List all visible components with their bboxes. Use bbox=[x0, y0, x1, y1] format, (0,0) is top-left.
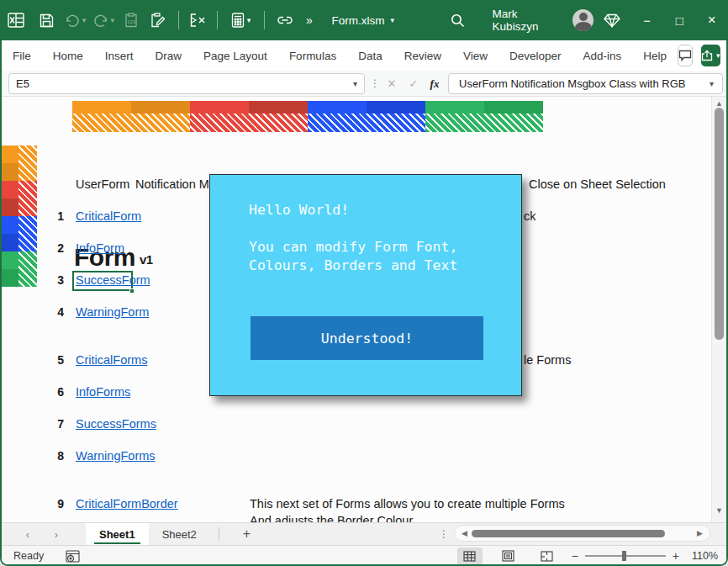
dialog-message-line2: Colours, Borders and Text bbox=[249, 257, 457, 273]
tab-draw[interactable]: Draw bbox=[145, 44, 193, 68]
tab-page-layout[interactable]: Page Layout bbox=[193, 44, 278, 68]
toolbar-separator bbox=[264, 11, 265, 29]
cell-text-notification: Notification Ms bbox=[135, 177, 215, 191]
banner-swatch bbox=[425, 101, 484, 114]
strip-hatch-swatch bbox=[18, 251, 37, 287]
gem-icon[interactable] bbox=[593, 8, 630, 33]
formula-bar-handle[interactable]: ⋮ bbox=[370, 77, 380, 89]
tab-file[interactable]: File bbox=[2, 44, 42, 68]
redo-icon: ▾ bbox=[89, 8, 119, 33]
delete-cells-icon[interactable] bbox=[186, 8, 210, 33]
link-warningform[interactable]: WarningForm bbox=[76, 305, 149, 319]
tab-add-ins[interactable]: Add-ins bbox=[572, 44, 633, 68]
user-name[interactable]: Mark Kubiszyn bbox=[493, 8, 564, 33]
close-button[interactable]: × bbox=[695, 7, 728, 34]
link-infoform[interactable]: InfoForm bbox=[76, 241, 124, 255]
cell-fill-handle[interactable] bbox=[129, 288, 135, 294]
page-break-view-button[interactable] bbox=[535, 547, 560, 565]
formula-input[interactable]: UserForm Notification Msgbox Class with … bbox=[448, 73, 723, 94]
row-number: 8 bbox=[50, 449, 64, 463]
name-box-chevron-icon[interactable]: ▾ bbox=[353, 79, 357, 88]
undo-icon: ▾ bbox=[61, 8, 89, 33]
maximize-button[interactable]: □ bbox=[663, 7, 696, 34]
understood-button[interactable]: Understood! bbox=[251, 316, 483, 360]
sheet-tab-sheet1[interactable]: Sheet1 bbox=[86, 523, 149, 545]
sheet-tab-sheet2[interactable]: Sheet2 bbox=[149, 523, 210, 545]
note-line-2: And adjusts the Border Colour bbox=[250, 514, 413, 522]
tab-home[interactable]: Home bbox=[42, 44, 94, 68]
text-fragment-le-forms: le Forms bbox=[524, 353, 571, 367]
strip-hatch-swatch bbox=[18, 216, 37, 251]
document-title[interactable]: Form.xlsm bbox=[332, 14, 385, 27]
zoom-slider-thumb[interactable] bbox=[622, 551, 626, 561]
tab-bar-menu-icon[interactable]: ⋮ bbox=[439, 528, 449, 540]
user-avatar[interactable] bbox=[572, 9, 593, 31]
calculator-icon[interactable]: ▾ bbox=[224, 8, 257, 33]
zoom-out-button[interactable]: − bbox=[572, 549, 578, 563]
tab-view[interactable]: View bbox=[452, 44, 499, 68]
page-layout-view-button[interactable] bbox=[496, 547, 521, 565]
hscroll-left-icon[interactable]: ◀ bbox=[462, 529, 467, 537]
vertical-scrollbar-thumb[interactable] bbox=[715, 108, 724, 340]
formula-chevron-icon[interactable]: ▾ bbox=[710, 79, 714, 88]
status-bar: Ready − + 110% bbox=[2, 545, 726, 566]
tab-help[interactable]: Help bbox=[632, 44, 678, 68]
tab-data[interactable]: Data bbox=[347, 44, 393, 68]
banner-hatch-swatch bbox=[308, 114, 425, 132]
macro-record-icon[interactable] bbox=[66, 550, 80, 563]
link-criticalform[interactable]: CriticalForm bbox=[76, 209, 141, 223]
zoom-slider[interactable] bbox=[585, 555, 666, 557]
hscroll-right-icon[interactable]: ▶ bbox=[697, 529, 703, 537]
link-criticalformborder[interactable]: CriticalFormBorder bbox=[76, 497, 178, 510]
title-bar: ▾ ▾ 123 bbox=[0, 0, 728, 40]
tab-review[interactable]: Review bbox=[393, 44, 452, 68]
strip-swatch bbox=[2, 181, 18, 198]
clipboard-pen-icon[interactable] bbox=[145, 8, 172, 33]
add-sheet-button[interactable]: + bbox=[243, 526, 251, 542]
save-icon[interactable] bbox=[33, 8, 62, 33]
strip-swatch bbox=[2, 163, 18, 181]
sheet-nav-prev-icon[interactable]: ‹ bbox=[13, 528, 42, 541]
cancel-entry-icon: ✕ bbox=[382, 73, 402, 94]
banner-swatch bbox=[484, 101, 543, 114]
horizontal-scrollbar-thumb[interactable] bbox=[472, 530, 665, 537]
strip-hatch-swatch bbox=[18, 145, 37, 181]
comments-button[interactable] bbox=[678, 45, 693, 66]
banner-swatch bbox=[249, 101, 308, 114]
link-infoforms[interactable]: InfoForms bbox=[76, 385, 130, 399]
normal-view-button[interactable] bbox=[457, 547, 483, 565]
row-number: 3 bbox=[50, 273, 64, 287]
ready-status: Ready bbox=[13, 550, 44, 562]
insert-function-icon[interactable]: fx bbox=[425, 73, 445, 94]
link-criticalforms[interactable]: CriticalForms bbox=[76, 353, 147, 367]
sheet-nav-next-icon[interactable]: › bbox=[42, 528, 71, 541]
scroll-up-icon[interactable]: ▲ bbox=[715, 99, 723, 108]
name-box[interactable]: E5 ▾ bbox=[8, 73, 365, 94]
text-fragment-close-on-sheet: Close on Sheet Selection bbox=[529, 177, 666, 191]
tab-insert[interactable]: Insert bbox=[94, 44, 145, 68]
row-number: 7 bbox=[50, 417, 64, 431]
link-successforms[interactable]: SuccessForms bbox=[76, 417, 156, 431]
tab-formulas[interactable]: Formulas bbox=[278, 44, 347, 68]
link-warningforms[interactable]: WarningForms bbox=[76, 449, 156, 463]
row-number: 5 bbox=[50, 353, 64, 367]
confirm-entry-icon: ✓ bbox=[404, 73, 424, 94]
horizontal-scrollbar[interactable]: ◀ ▶ bbox=[454, 525, 710, 542]
link-successform[interactable]: SuccessForm bbox=[76, 273, 150, 287]
search-icon[interactable] bbox=[441, 8, 474, 33]
link-icon[interactable] bbox=[272, 8, 299, 33]
strip-swatch bbox=[2, 234, 18, 251]
tab-developer[interactable]: Developer bbox=[499, 44, 572, 68]
doc-title-chevron-icon[interactable]: ▾ bbox=[391, 16, 395, 24]
excel-app-icon[interactable] bbox=[0, 8, 33, 33]
scroll-down-icon[interactable]: ▼ bbox=[715, 506, 723, 515]
minimize-button[interactable]: − bbox=[630, 7, 663, 34]
tab-divider bbox=[219, 527, 219, 541]
share-chevron-icon: ▾ bbox=[716, 51, 720, 60]
zoom-in-button[interactable]: + bbox=[673, 549, 679, 563]
share-button[interactable]: ▾ bbox=[701, 45, 720, 66]
more-commands-icon[interactable]: » bbox=[298, 8, 319, 33]
zoom-level[interactable]: 110% bbox=[679, 550, 718, 562]
strip-swatch bbox=[2, 145, 18, 163]
sheet-title-version: v1 bbox=[140, 252, 153, 267]
